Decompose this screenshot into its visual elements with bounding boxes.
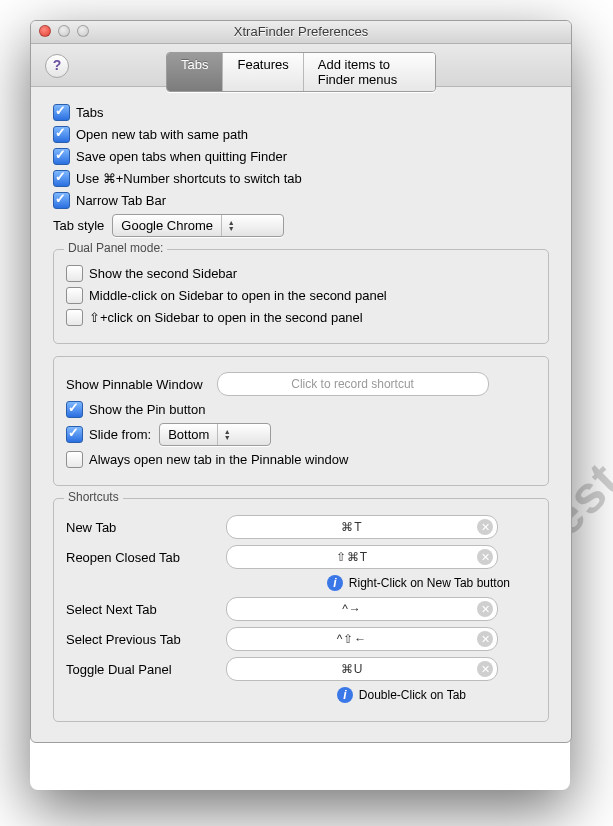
checkbox-cmd-number[interactable]: [53, 170, 70, 187]
shortcut-select-previous-tab[interactable]: ^⇧← ✕: [226, 627, 498, 651]
checkbox-always-open-pinnable[interactable]: [66, 451, 83, 468]
tab-tabs[interactable]: Tabs: [167, 53, 222, 91]
label-reopen-closed-tab: Reopen Closed Tab: [66, 550, 226, 565]
group-shortcuts: Shortcuts New Tab ⌘T ✕ Reopen Closed Tab…: [53, 498, 549, 722]
group-title-dual-panel: Dual Panel mode:: [64, 241, 167, 255]
label-middle-click-sidebar: Middle-click on Sidebar to open in the s…: [89, 288, 387, 303]
hint-right-click-new-tab: Right-Click on New Tab button: [349, 576, 510, 590]
shortcut-toggle-dual-panel[interactable]: ⌘U ✕: [226, 657, 498, 681]
help-button[interactable]: ?: [45, 54, 69, 78]
tab-features[interactable]: Features: [222, 53, 302, 91]
window-title: XtraFinder Preferences: [234, 24, 368, 39]
select-tab-style[interactable]: Google Chrome ▲▼: [112, 214, 284, 237]
clear-icon[interactable]: ✕: [477, 519, 493, 535]
chevron-updown-icon: ▲▼: [217, 424, 236, 445]
checkbox-middle-click-sidebar[interactable]: [66, 287, 83, 304]
toolbar: ? Tabs Features Add items to Finder menu…: [31, 44, 571, 87]
shortcut-select-next-tab[interactable]: ^→ ✕: [226, 597, 498, 621]
label-new-tab: New Tab: [66, 520, 226, 535]
checkbox-open-new-tab-same-path[interactable]: [53, 126, 70, 143]
label-tabs: Tabs: [76, 105, 103, 120]
label-toggle-dual-panel: Toggle Dual Panel: [66, 662, 226, 677]
shortcut-new-tab-value: ⌘T: [227, 520, 477, 534]
checkbox-shift-click-sidebar[interactable]: [66, 309, 83, 326]
shortcut-recorder-pinnable[interactable]: Click to record shortcut: [217, 372, 489, 396]
label-show-pin-button: Show the Pin button: [89, 402, 205, 417]
tab-add-items[interactable]: Add items to Finder menus: [303, 53, 435, 91]
shortcut-toggle-value: ⌘U: [227, 662, 477, 676]
label-narrow-tab-bar: Narrow Tab Bar: [76, 193, 166, 208]
label-cmd-number: Use ⌘+Number shortcuts to switch tab: [76, 171, 302, 186]
clear-icon[interactable]: ✕: [477, 631, 493, 647]
shortcut-prev-value: ^⇧←: [227, 632, 477, 646]
label-shift-click-sidebar: ⇧+click on Sidebar to open in the second…: [89, 310, 363, 325]
group-pinnable: Show Pinnable Window Click to record sho…: [53, 356, 549, 486]
info-icon: i: [337, 687, 353, 703]
zoom-icon[interactable]: [77, 25, 89, 37]
hint-double-click-tab: Double-Click on Tab: [359, 688, 466, 702]
select-tab-style-value: Google Chrome: [113, 218, 221, 233]
shortcut-reopen-closed-tab[interactable]: ⇧⌘T ✕: [226, 545, 498, 569]
preferences-window: XtraFinder Preferences ? Tabs Features A…: [30, 20, 572, 743]
info-icon: i: [327, 575, 343, 591]
traffic-lights: [39, 25, 89, 37]
checkbox-show-pin-button[interactable]: [66, 401, 83, 418]
label-tab-style: Tab style: [53, 218, 104, 233]
checkbox-second-sidebar[interactable]: [66, 265, 83, 282]
clear-icon[interactable]: ✕: [477, 601, 493, 617]
tab-selector: Tabs Features Add items to Finder menus: [166, 52, 436, 92]
shortcut-new-tab[interactable]: ⌘T ✕: [226, 515, 498, 539]
group-title-shortcuts: Shortcuts: [64, 490, 123, 504]
title-bar: XtraFinder Preferences: [31, 21, 571, 44]
label-save-open-tabs: Save open tabs when quitting Finder: [76, 149, 287, 164]
label-slide-from: Slide from:: [89, 427, 151, 442]
label-always-open-pinnable: Always open new tab in the Pinnable wind…: [89, 452, 348, 467]
close-icon[interactable]: [39, 25, 51, 37]
checkbox-tabs[interactable]: [53, 104, 70, 121]
checkbox-narrow-tab-bar[interactable]: [53, 192, 70, 209]
label-select-previous-tab: Select Previous Tab: [66, 632, 226, 647]
shortcut-next-value: ^→: [227, 602, 477, 616]
select-slide-from[interactable]: Bottom ▲▼: [159, 423, 271, 446]
select-slide-from-value: Bottom: [160, 427, 217, 442]
label-open-new-tab-same-path: Open new tab with same path: [76, 127, 248, 142]
group-dual-panel: Dual Panel mode: Show the second Sidebar…: [53, 249, 549, 344]
chevron-updown-icon: ▲▼: [221, 215, 240, 236]
checkbox-slide-from[interactable]: [66, 426, 83, 443]
checkbox-save-open-tabs[interactable]: [53, 148, 70, 165]
label-select-next-tab: Select Next Tab: [66, 602, 226, 617]
label-show-pinnable: Show Pinnable Window: [66, 377, 203, 392]
label-second-sidebar: Show the second Sidebar: [89, 266, 237, 281]
minimize-icon[interactable]: [58, 25, 70, 37]
clear-icon[interactable]: ✕: [477, 661, 493, 677]
clear-icon[interactable]: ✕: [477, 549, 493, 565]
shortcut-reopen-value: ⇧⌘T: [227, 550, 477, 564]
